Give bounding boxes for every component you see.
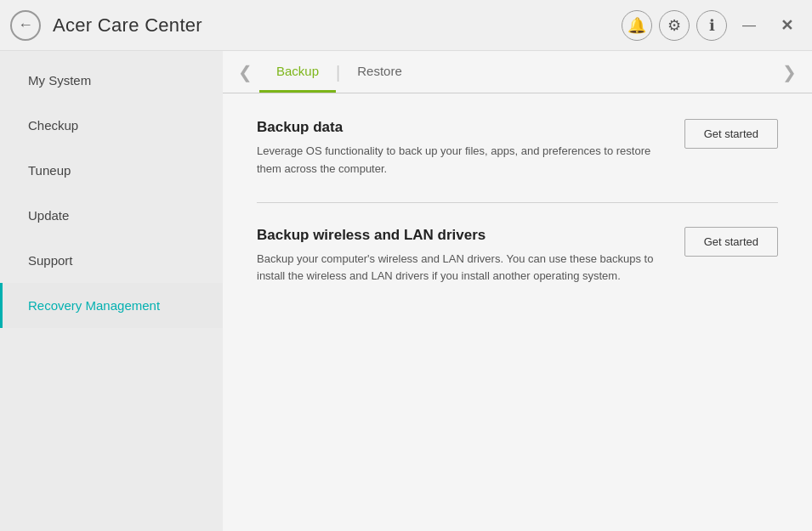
minimize-button[interactable]: — (734, 10, 764, 41)
tab-next-button[interactable]: ❯ (775, 64, 803, 81)
backup-drivers-desc: Backup your computer's wireless and LAN … (257, 251, 659, 286)
sidebar-item-recovery-management[interactable]: Recovery Management (0, 283, 223, 328)
backup-data-title: Backup data (257, 119, 659, 136)
sidebar-item-tuneup[interactable]: Tuneup (0, 148, 223, 193)
backup-data-desc: Leverage OS functionality to back up you… (257, 143, 659, 178)
backup-drivers-get-started-button[interactable]: Get started (684, 227, 778, 257)
info-button[interactable]: ℹ (696, 10, 727, 41)
backup-drivers-text: Backup wireless and LAN drivers Backup y… (257, 227, 659, 286)
back-icon: ← (18, 16, 33, 34)
backup-drivers-section: Backup wireless and LAN drivers Backup y… (257, 227, 778, 310)
backup-data-get-started-button[interactable]: Get started (684, 119, 778, 149)
close-icon: ✕ (781, 16, 793, 35)
tabs-bar: ❮ Backup | Restore ❯ (223, 51, 812, 93)
sidebar-item-my-system[interactable]: My System (0, 58, 223, 103)
tab-backup[interactable]: Backup (259, 51, 336, 93)
backup-data-text: Backup data Leverage OS functionality to… (257, 119, 659, 178)
sidebar-item-update[interactable]: Update (0, 193, 223, 238)
sidebar: My System Checkup Tuneup Update Support … (0, 51, 223, 531)
back-button[interactable]: ← (10, 10, 41, 41)
title-bar-right: 🔔 ⚙ ℹ — ✕ (622, 10, 802, 41)
tab-prev-button[interactable]: ❮ (231, 64, 259, 81)
tabs-list: Backup | Restore (259, 51, 775, 93)
content-body: Backup data Leverage OS functionality to… (223, 93, 812, 531)
main-layout: My System Checkup Tuneup Update Support … (0, 51, 812, 531)
title-bar: ← Acer Care Center 🔔 ⚙ ℹ — ✕ (0, 0, 812, 51)
title-bar-left: ← Acer Care Center (10, 10, 622, 41)
content-area: ❮ Backup | Restore ❯ Backup data Leverag… (223, 51, 812, 531)
backup-data-section: Backup data Leverage OS functionality to… (257, 119, 778, 203)
close-button[interactable]: ✕ (771, 10, 802, 41)
info-icon: ℹ (709, 16, 715, 35)
backup-drivers-title: Backup wireless and LAN drivers (257, 227, 659, 244)
notification-button[interactable]: 🔔 (622, 10, 652, 41)
sidebar-item-support[interactable]: Support (0, 238, 223, 283)
notification-icon: 🔔 (627, 16, 646, 35)
tab-restore[interactable]: Restore (340, 51, 419, 93)
app-title: Acer Care Center (53, 14, 202, 37)
sidebar-item-checkup[interactable]: Checkup (0, 103, 223, 148)
settings-button[interactable]: ⚙ (659, 10, 690, 41)
settings-icon: ⚙ (667, 16, 681, 35)
minimize-icon: — (742, 18, 756, 33)
